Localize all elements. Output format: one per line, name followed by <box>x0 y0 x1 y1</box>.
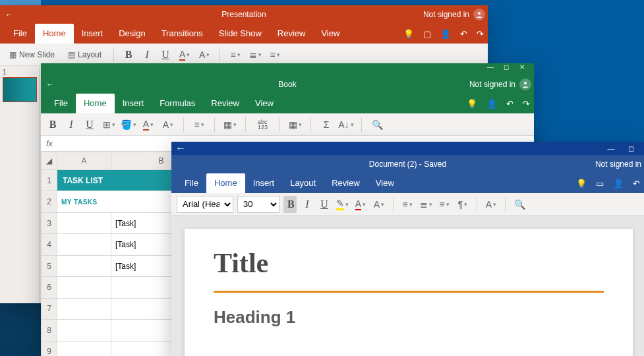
find-button[interactable]: 🔍 <box>512 197 527 212</box>
font-color-button[interactable]: A <box>141 117 156 132</box>
signin-label[interactable]: Not signed in <box>469 80 515 89</box>
row-header[interactable]: 2 <box>42 191 57 212</box>
italic-button[interactable]: I <box>301 198 314 210</box>
document-page[interactable]: Title Heading 1 <box>185 229 633 356</box>
bold-button[interactable]: B <box>283 196 297 213</box>
font-size-button[interactable]: A <box>161 117 175 132</box>
back-icon[interactable]: ← <box>5 10 13 19</box>
tab-review[interactable]: Review <box>324 173 368 193</box>
titlebar[interactable]: ← Book Not signed in <box>41 75 534 94</box>
user-avatar-icon[interactable] <box>519 78 531 90</box>
tab-review[interactable]: Review <box>203 94 247 113</box>
tab-view[interactable]: View <box>368 173 402 193</box>
undo-icon[interactable]: ↶ <box>633 179 640 189</box>
bold-button[interactable]: B <box>46 119 59 131</box>
tab-review[interactable]: Review <box>270 24 314 44</box>
undo-icon[interactable]: ↶ <box>506 99 513 109</box>
share-icon[interactable]: 👤 <box>486 99 497 109</box>
redo-icon[interactable]: ↷ <box>523 99 530 109</box>
tab-formulas[interactable]: Formulas <box>152 94 203 113</box>
close-button[interactable]: ✕ <box>514 63 530 75</box>
row-header[interactable]: 9 <box>42 341 57 356</box>
cell-styles-button[interactable]: ▦ <box>288 117 303 132</box>
align-button[interactable]: ≡ <box>192 117 206 132</box>
row-header[interactable]: 6 <box>42 277 57 298</box>
minimize-button[interactable]: — <box>483 63 498 75</box>
row-header[interactable]: 7 <box>42 298 57 319</box>
merge-button[interactable]: ▦ <box>223 117 237 132</box>
italic-button[interactable]: I <box>140 49 154 61</box>
tab-home[interactable]: Home <box>76 94 115 113</box>
signin-label[interactable]: Not signed in <box>595 160 641 169</box>
row-header[interactable]: 5 <box>42 255 57 276</box>
bold-button[interactable]: B <box>122 49 135 61</box>
tab-view[interactable]: View <box>247 94 281 113</box>
redo-icon[interactable]: ↷ <box>477 29 484 39</box>
find-button[interactable]: 🔍 <box>370 117 384 132</box>
layout-button[interactable]: ▤Layout <box>64 49 105 61</box>
read-mode-icon[interactable]: ▭ <box>596 179 604 189</box>
document-canvas[interactable]: Title Heading 1 <box>171 216 644 356</box>
share-icon[interactable]: 👤 <box>613 179 624 189</box>
font-color-button[interactable]: A <box>177 47 192 62</box>
select-all-corner[interactable]: ◢ <box>42 152 57 170</box>
back-icon[interactable]: ← <box>46 80 54 89</box>
new-slide-button[interactable]: ▦New Slide <box>5 49 59 61</box>
minimize-button[interactable]: — <box>602 144 620 153</box>
number-format-button[interactable]: abc123 <box>254 118 272 131</box>
lightbulb-icon[interactable]: 💡 <box>403 29 414 39</box>
font-size-button[interactable]: A <box>197 47 212 62</box>
styles-button[interactable]: A <box>484 197 498 212</box>
signin-label[interactable]: Not signed in <box>423 10 469 19</box>
row-header[interactable]: 4 <box>42 234 57 255</box>
tab-home[interactable]: Home <box>206 173 245 193</box>
clear-format-button[interactable]: A <box>372 197 386 212</box>
undo-icon[interactable]: ↶ <box>460 29 467 39</box>
row-header[interactable]: 1 <box>42 170 57 191</box>
titlebar[interactable]: Document (2) - Saved Not signed in <box>171 155 644 173</box>
tab-view[interactable]: View <box>313 24 347 44</box>
back-icon[interactable]: ← <box>175 142 186 154</box>
align-button[interactable]: ≡ <box>268 47 282 62</box>
font-family-combo[interactable]: Arial (Head... <box>177 196 233 213</box>
underline-button[interactable]: U <box>318 198 331 210</box>
slide-thumbnail[interactable] <box>3 77 37 102</box>
numbering-button[interactable]: ≣ <box>419 197 433 212</box>
sort-button[interactable]: A↓ <box>339 117 353 132</box>
col-header-a[interactable]: A <box>57 152 111 170</box>
highlight-button[interactable]: ✎ <box>335 197 349 212</box>
bullets-button[interactable]: ≡ <box>400 197 415 212</box>
tab-file[interactable]: File <box>177 173 206 193</box>
titlebar[interactable]: ← Presentation Not signed in <box>0 5 488 24</box>
user-avatar-icon[interactable] <box>473 9 485 20</box>
font-color-button[interactable]: A <box>353 197 368 212</box>
maximize-button[interactable]: ◻ <box>498 63 514 75</box>
align-button[interactable]: ≡ <box>437 197 452 212</box>
lightbulb-icon[interactable]: 💡 <box>467 99 477 109</box>
paragraph-button[interactable]: ¶ <box>455 197 470 212</box>
share-icon[interactable]: 👤 <box>440 29 451 39</box>
row-header[interactable]: 3 <box>42 212 57 233</box>
tab-design[interactable]: Design <box>111 24 153 44</box>
autosum-button[interactable]: Σ <box>319 117 334 132</box>
tab-layout[interactable]: Layout <box>282 173 324 193</box>
maximize-button[interactable]: ◻ <box>622 144 640 153</box>
fill-color-button[interactable]: 🪣 <box>121 117 136 132</box>
borders-button[interactable]: ⊞ <box>102 117 116 132</box>
tab-transitions[interactable]: Transitions <box>154 24 211 44</box>
tab-insert[interactable]: Insert <box>74 24 111 44</box>
present-icon[interactable]: ▢ <box>423 29 431 39</box>
tab-file[interactable]: File <box>46 94 76 113</box>
bullets-button[interactable]: ≡ <box>228 47 243 62</box>
tab-home[interactable]: Home <box>35 24 74 44</box>
tab-insert[interactable]: Insert <box>245 173 283 193</box>
doc-title[interactable]: Title <box>214 247 604 279</box>
row-header[interactable]: 8 <box>42 320 57 341</box>
font-size-combo[interactable]: 30 <box>237 196 279 213</box>
underline-button[interactable]: U <box>159 49 172 61</box>
tab-insert[interactable]: Insert <box>115 94 152 113</box>
tab-slideshow[interactable]: Slide Show <box>211 24 270 44</box>
italic-button[interactable]: I <box>65 119 78 131</box>
lightbulb-icon[interactable]: 💡 <box>576 179 587 189</box>
numbering-button[interactable]: ≣ <box>248 47 262 62</box>
